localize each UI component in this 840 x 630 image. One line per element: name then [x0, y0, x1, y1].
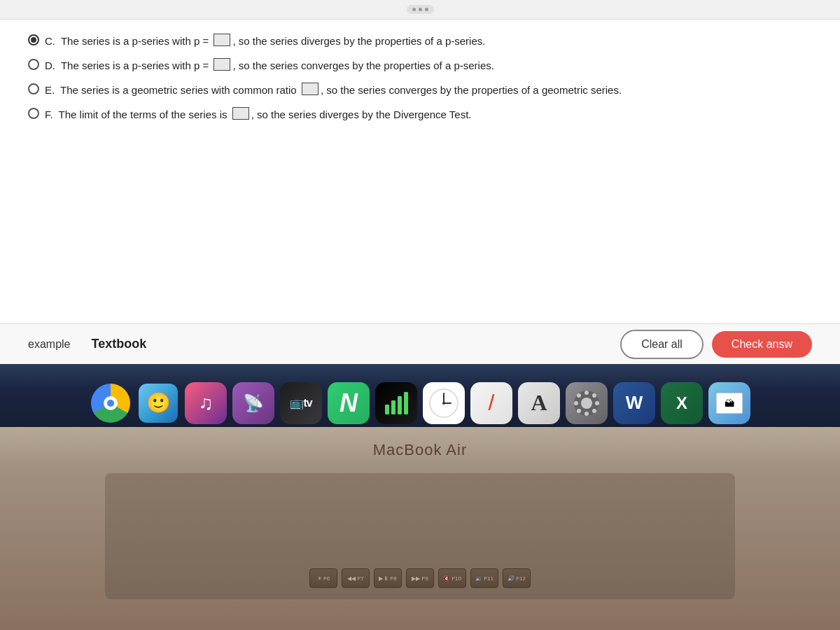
dock-item-apple-tv[interactable]: 📺tv [280, 382, 322, 424]
excel-icon: X [676, 393, 687, 413]
dock: 🙂 ♫ 📡 📺tv N [78, 368, 762, 424]
svg-point-17 [592, 393, 596, 398]
option-c-label: C. [45, 34, 55, 48]
dock-item-clock[interactable] [423, 382, 465, 424]
option-e-text2: , so the series converges by the propert… [321, 83, 622, 97]
volume-down-icon: 🔉 [475, 575, 482, 582]
option-c-radio[interactable] [28, 34, 39, 46]
dock-item-notes[interactable]: N [328, 382, 370, 424]
screen: C. The series is a p-series with p = , s… [0, 0, 840, 364]
stocks-icon [382, 389, 410, 417]
content-area: C. The series is a p-series with p = , s… [0, 20, 840, 323]
mute-icon: 🔇 [443, 575, 450, 582]
podcasts-icon: 📡 [243, 393, 264, 413]
option-e-row: E. The series is a geometric series with… [28, 83, 812, 97]
fast-forward-icon: ▶▶ [412, 575, 420, 582]
check-answer-button[interactable]: Check answ [712, 331, 812, 358]
f12-key[interactable]: 🔊 F12 [503, 568, 531, 588]
clear-all-button[interactable]: Clear all [620, 330, 704, 359]
option-c-input[interactable] [214, 34, 230, 46]
option-c-text: The series is a p-series with p = [58, 34, 211, 48]
svg-point-13 [574, 401, 578, 405]
clock-icon [428, 388, 459, 419]
svg-point-18 [577, 409, 581, 413]
sketchbook-icon: / [489, 390, 495, 416]
option-d-row: D. The series is a p-series with p = , s… [28, 58, 812, 73]
dock-item-system-preferences[interactable] [566, 382, 608, 424]
laptop-body: MacBook Air ☀ F6 ◀◀ F7 ▶⏸ F8 ▶▶ F9 🔇 F10… [0, 427, 840, 630]
option-f-text2: , so the series diverges by the Divergen… [251, 107, 472, 122]
fontbook-icon: A [531, 390, 547, 416]
dock-item-music[interactable]: ♫ [185, 382, 227, 424]
option-c-row: C. The series is a p-series with p = , s… [28, 34, 812, 48]
keyboard-area: ☀ F6 ◀◀ F7 ▶⏸ F8 ▶▶ F9 🔇 F10 🔉 F11 🔊 F12 [105, 473, 735, 599]
option-d-text2: , so the series converges by the propert… [232, 58, 494, 73]
svg-point-15 [577, 393, 581, 398]
f6-key[interactable]: ☀ F6 [309, 568, 337, 588]
system-preferences-icon [573, 389, 601, 417]
top-bar [0, 0, 840, 20]
notes-icon: N [340, 388, 358, 418]
music-icon: ♫ [199, 392, 214, 414]
svg-rect-1 [391, 400, 396, 414]
f8-key[interactable]: ▶⏸ F8 [374, 568, 402, 588]
f10-key[interactable]: 🔇 F10 [438, 568, 466, 588]
dot-1 [412, 8, 416, 11]
volume-up-icon: 🔊 [507, 575, 514, 582]
dock-item-excel[interactable]: X [661, 382, 703, 424]
dock-item-podcasts[interactable]: 📡 [232, 382, 274, 424]
bottom-left: example Textbook [28, 337, 146, 351]
example-label: example [28, 338, 70, 351]
svg-rect-0 [385, 405, 389, 414]
svg-rect-3 [404, 392, 408, 414]
option-e-label: E. [45, 83, 55, 97]
f9-key[interactable]: ▶▶ F9 [406, 568, 434, 588]
bottom-bar: example Textbook Clear all Check answ [0, 323, 840, 364]
svg-point-16 [592, 409, 596, 413]
brightness-decrease-icon: ☀ [317, 575, 322, 582]
svg-rect-2 [398, 396, 402, 414]
svg-point-8 [442, 402, 445, 405]
rewind-icon: ◀◀ [347, 575, 356, 582]
svg-point-12 [584, 412, 589, 416]
option-c-text2: , so the series diverges by the properti… [232, 34, 485, 48]
dock-area: 🙂 ♫ 📡 📺tv N [0, 364, 840, 427]
dock-item-preview[interactable]: 🏔 [708, 382, 750, 424]
option-f-row: F. The limit of the terms of the series … [28, 107, 812, 122]
dock-item-word[interactable]: W [613, 382, 655, 424]
textbook-label[interactable]: Textbook [91, 337, 146, 351]
f7-key[interactable]: ◀◀ F7 [342, 568, 370, 588]
option-f-input[interactable] [232, 107, 249, 120]
play-pause-icon: ▶⏸ [379, 575, 388, 582]
svg-point-10 [581, 398, 592, 409]
option-e-text: The series is a geometric series with co… [57, 83, 300, 97]
svg-point-11 [584, 391, 589, 395]
option-e-input[interactable] [302, 83, 318, 95]
word-icon: W [626, 392, 643, 414]
option-f-text: The limit of the terms of the series is [56, 107, 230, 122]
option-e-radio[interactable] [28, 83, 39, 94]
tv-icon: 📺tv [290, 396, 312, 410]
option-d-label: D. [45, 58, 55, 73]
dot-2 [419, 8, 422, 11]
option-f-radio[interactable] [28, 108, 39, 119]
dock-item-stocks[interactable] [375, 382, 417, 424]
option-f-label: F. [45, 107, 53, 122]
dock-item-sketchbook[interactable]: / [470, 382, 512, 424]
svg-point-14 [595, 401, 599, 405]
option-d-radio[interactable] [28, 59, 39, 70]
option-d-text: The series is a p-series with p = [58, 58, 211, 73]
dock-item-finder[interactable]: 🙂 [137, 382, 179, 424]
fn-key-row: ☀ F6 ◀◀ F7 ▶⏸ F8 ▶▶ F9 🔇 F10 🔉 F11 🔊 F12 [309, 568, 531, 588]
bottom-right: Clear all Check answ [620, 330, 812, 359]
dot-3 [425, 8, 428, 11]
dock-item-chrome[interactable] [90, 382, 132, 424]
option-d-input[interactable] [214, 58, 230, 71]
macbook-label: MacBook Air [373, 441, 468, 459]
f11-key[interactable]: 🔉 F11 [470, 568, 498, 588]
top-dots [407, 5, 434, 14]
dock-item-fontbook[interactable]: A [518, 382, 560, 424]
